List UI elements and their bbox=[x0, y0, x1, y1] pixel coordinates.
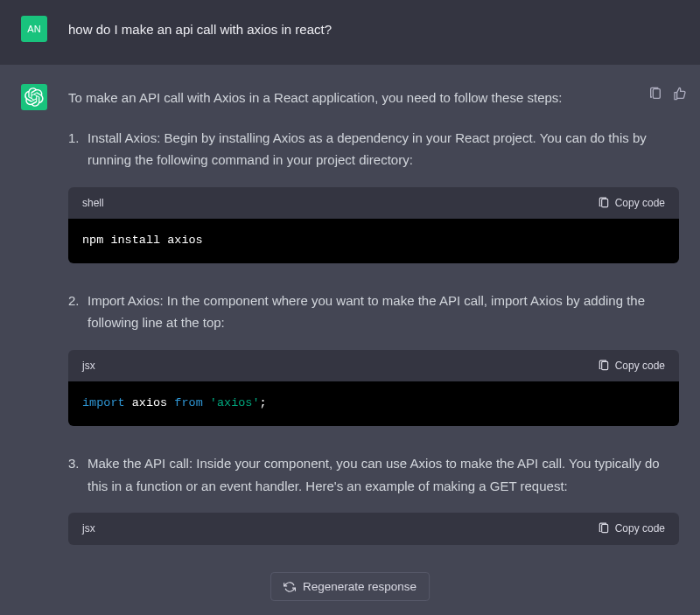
copy-label: Copy code bbox=[615, 520, 665, 537]
copy-code-button[interactable]: Copy code bbox=[598, 357, 665, 374]
svg-rect-3 bbox=[653, 89, 660, 99]
code-body: npm install axios bbox=[68, 219, 679, 263]
clipboard-icon bbox=[598, 522, 610, 535]
copy-code-button[interactable]: Copy code bbox=[598, 520, 665, 537]
code-header: shell Copy code bbox=[68, 187, 679, 219]
thumbs-up-icon bbox=[673, 87, 687, 101]
code-token: from bbox=[174, 396, 202, 409]
code-token: 'axios' bbox=[210, 396, 260, 409]
code-body: import axios from 'axios'; bbox=[68, 381, 679, 426]
step-text: Import Axios: In the component where you… bbox=[88, 290, 679, 334]
assistant-message: To make an API call with Axios in a Reac… bbox=[0, 65, 700, 571]
code-header: jsx Copy code bbox=[68, 513, 679, 544]
code-header: jsx Copy code bbox=[68, 350, 679, 381]
code-lang-label: shell bbox=[82, 194, 104, 212]
code-lang-label: jsx bbox=[82, 520, 95, 537]
code-token: import bbox=[82, 396, 125, 409]
assistant-avatar bbox=[21, 84, 47, 110]
thumbs-up-button[interactable] bbox=[670, 84, 690, 103]
clipboard-icon bbox=[598, 360, 610, 372]
refresh-icon bbox=[284, 581, 296, 593]
svg-rect-1 bbox=[601, 361, 607, 369]
svg-rect-0 bbox=[601, 199, 607, 206]
regenerate-label: Regenerate response bbox=[303, 580, 416, 593]
step-text: Make the API call: Inside your component… bbox=[88, 452, 679, 497]
regenerate-button[interactable]: Regenerate response bbox=[270, 572, 430, 601]
clipboard-icon bbox=[598, 197, 610, 209]
code-block: jsx Copy code bbox=[68, 513, 679, 544]
code-token: axios bbox=[132, 396, 168, 409]
assistant-message-content: To make an API call with Axios in a Reac… bbox=[68, 84, 679, 571]
code-block: jsx Copy code import axios from 'axios'; bbox=[68, 350, 679, 426]
openai-logo-icon bbox=[24, 87, 44, 107]
copy-code-button[interactable]: Copy code bbox=[598, 194, 665, 212]
step-item: Make the API call: Inside your component… bbox=[68, 452, 679, 544]
code-token: ; bbox=[260, 396, 267, 409]
code-block: shell Copy code npm install axios bbox=[68, 187, 679, 263]
code-lang-label: jsx bbox=[82, 357, 95, 374]
copy-label: Copy code bbox=[615, 194, 665, 212]
step-item: Install Axios: Begin by installing Axios… bbox=[68, 127, 679, 263]
message-actions bbox=[646, 84, 690, 103]
svg-rect-2 bbox=[601, 525, 607, 533]
user-message-text: how do I make an api call with axios in … bbox=[68, 16, 679, 41]
user-message: AN how do I make an api call with axios … bbox=[0, 0, 700, 65]
copy-label: Copy code bbox=[615, 357, 665, 374]
clipboard-icon bbox=[648, 87, 662, 101]
user-avatar: AN bbox=[21, 16, 47, 42]
copy-message-button[interactable] bbox=[646, 84, 665, 103]
step-item: Import Axios: In the component where you… bbox=[68, 290, 679, 426]
step-text: Install Axios: Begin by installing Axios… bbox=[88, 127, 679, 171]
assistant-intro: To make an API call with Axios in a Reac… bbox=[68, 87, 679, 109]
